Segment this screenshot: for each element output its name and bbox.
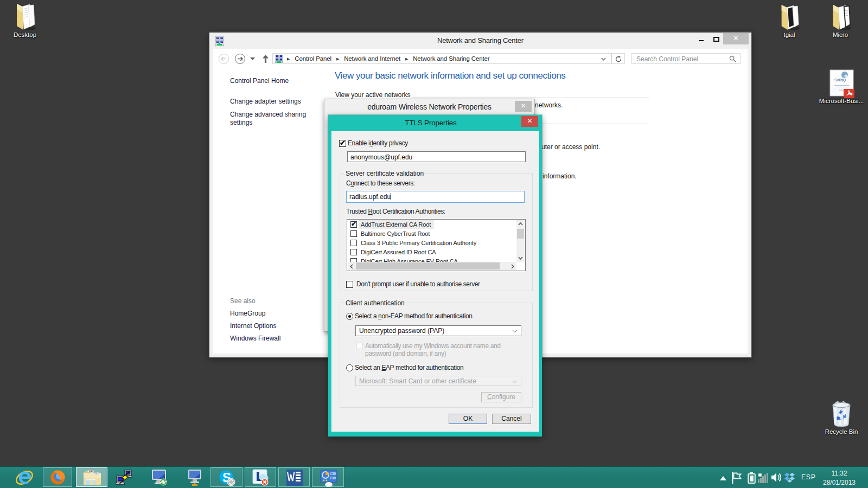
svg-text:✱: ✱ xyxy=(758,472,762,478)
svg-text:SolidQ: SolidQ xyxy=(834,78,846,82)
